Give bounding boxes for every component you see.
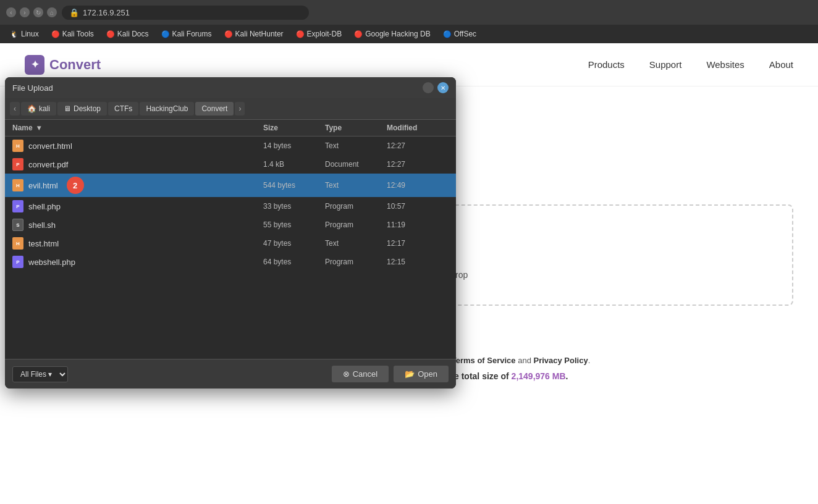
kali-docs-icon: 🔴 <box>106 30 115 38</box>
pdf-file-icon: P <box>12 158 23 170</box>
bookmark-exploit-db[interactable]: 🔴 Exploit-DB <box>291 28 347 40</box>
breadcrumb-convert-label: Convert <box>201 104 227 113</box>
file-upload-dialog: File Upload ✕ ‹ 🏠 kali 🖥 Desktop C <box>0 43 457 414</box>
bookmark-label: OffSec <box>454 30 476 38</box>
table-row[interactable]: H test.html 47 bytes Text 12:17 <box>5 234 456 253</box>
dialog-title-bar: File Upload ✕ <box>5 77 456 98</box>
file-name-cell: P webshell.php <box>12 256 263 268</box>
open-icon: 📂 <box>405 369 415 379</box>
bookmark-kali-nethunter[interactable]: 🔴 Kali NetHunter <box>219 28 289 40</box>
cancel-button[interactable]: ⊗ Cancel <box>332 366 389 382</box>
bookmark-linux[interactable]: 🐧 Linux <box>5 28 44 40</box>
table-row[interactable]: P shell.php 33 bytes Program 10:57 <box>5 197 456 216</box>
file-size: 47 bytes <box>263 239 325 248</box>
file-name: shell.sh <box>28 220 56 230</box>
file-size: 64 bytes <box>263 258 325 266</box>
bookmark-google-hacking[interactable]: 🔴 Google Hacking DB <box>349 28 435 40</box>
nav-about[interactable]: About <box>769 59 793 70</box>
total-size: 2,149,976 MB <box>512 371 566 381</box>
breadcrumb-kali[interactable]: 🏠 kali <box>21 102 56 116</box>
file-type: Program <box>325 202 387 211</box>
bookmark-label: Kali Docs <box>117 30 149 38</box>
dialog-breadcrumb: ‹ 🏠 kali 🖥 Desktop CTFs HackingClub Conv… <box>5 98 456 120</box>
open-button[interactable]: 📂 Open <box>394 366 449 382</box>
lock-icon: 🔒 <box>69 8 79 17</box>
file-name-cell: P convert.pdf <box>12 158 263 170</box>
col-type[interactable]: Type <box>325 124 387 132</box>
breadcrumb-convert[interactable]: Convert <box>195 102 234 116</box>
desktop-icon: 🖥 <box>64 104 71 113</box>
cancel-label: Cancel <box>353 369 377 379</box>
bookmarks-bar: 🐧 Linux 🔴 Kali Tools 🔴 Kali Docs 🔵 Kali … <box>0 25 818 43</box>
website-background: ✦ Convert Products Support Websites Abou… <box>0 43 818 504</box>
breadcrumb-more[interactable]: › <box>235 102 245 116</box>
bookmark-offsec[interactable]: 🔵 OffSec <box>438 28 481 40</box>
browser-chrome: ‹ › ↻ ⌂ 🔒 172.16.9.251 <box>0 0 818 25</box>
bookmark-label: Linux <box>21 30 39 38</box>
breadcrumb-ctfs[interactable]: CTFs <box>108 102 138 116</box>
home-icon: 🏠 <box>27 104 36 113</box>
html-file-icon: H <box>12 237 23 250</box>
google-hacking-icon: 🔴 <box>354 30 363 38</box>
table-row[interactable]: P webshell.php 64 bytes Program 12:15 <box>5 253 456 271</box>
file-name: webshell.php <box>28 258 75 267</box>
bookmark-label: Kali Forums <box>172 30 212 38</box>
col-size[interactable]: Size <box>263 124 325 132</box>
file-filter-select[interactable]: All Files ▾ <box>12 366 68 382</box>
kali-forums-icon: 🔵 <box>161 30 170 38</box>
bookmark-kali-forums[interactable]: 🔵 Kali Forums <box>156 28 217 40</box>
breadcrumb-desktop[interactable]: 🖥 Desktop <box>57 102 107 116</box>
breadcrumb-ctfs-label: CTFs <box>114 104 132 113</box>
home-button[interactable]: ⌂ <box>47 7 57 17</box>
forward-button[interactable]: › <box>20 7 30 17</box>
dialog-window: File Upload ✕ ‹ 🏠 kali 🖥 Desktop C <box>5 77 456 388</box>
linux-icon: 🐧 <box>10 30 19 38</box>
file-name-cell: P shell.php <box>12 200 263 212</box>
reload-button[interactable]: ↻ <box>33 7 43 17</box>
file-size: 544 bytes <box>263 181 325 190</box>
file-name-cell: H convert.html <box>12 140 263 152</box>
file-type: Program <box>325 220 387 229</box>
dialog-close-btn[interactable]: ✕ <box>437 82 449 93</box>
bookmark-kali-docs[interactable]: 🔴 Kali Docs <box>101 28 154 40</box>
offsec-icon: 🔵 <box>443 30 452 38</box>
col-modified[interactable]: Modified <box>387 124 449 132</box>
dialog-minimize-btn[interactable] <box>423 82 434 93</box>
file-size: 14 bytes <box>263 141 325 150</box>
breadcrumb-hackingclub[interactable]: HackingClub <box>140 102 194 116</box>
file-modified: 12:27 <box>387 141 449 150</box>
tos-link[interactable]: Terms of Service <box>452 356 516 365</box>
address-bar[interactable]: 🔒 172.16.9.251 <box>62 6 309 20</box>
file-modified: 11:19 <box>387 220 449 229</box>
nav-websites[interactable]: Websites <box>706 59 744 70</box>
file-size: 1.4 kB <box>263 160 325 169</box>
table-row[interactable]: P convert.pdf 1.4 kB Document 12:27 <box>5 155 456 174</box>
table-row[interactable]: H convert.html 14 bytes Text 12:27 <box>5 136 456 155</box>
table-row[interactable]: H evil.html 2 544 bytes Text 12:49 <box>5 174 456 197</box>
privacy-link[interactable]: Privacy Policy <box>533 356 588 365</box>
file-type: Program <box>325 258 387 266</box>
bookmark-label: Kali NetHunter <box>235 30 284 38</box>
dialog-title: File Upload <box>12 83 53 93</box>
sort-icon: ▾ <box>37 124 41 132</box>
bookmark-kali-tools[interactable]: 🔴 Kali Tools <box>46 28 99 40</box>
file-modified: 10:57 <box>387 202 449 211</box>
sh-file-icon: S <box>12 219 23 231</box>
nav-support[interactable]: Support <box>649 59 682 70</box>
file-size: 33 bytes <box>263 202 325 211</box>
kali-tools-icon: 🔴 <box>51 30 60 38</box>
breadcrumb-desktop-label: Desktop <box>74 104 101 113</box>
nav-products[interactable]: Products <box>588 59 625 70</box>
breadcrumb-kali-label: kali <box>39 104 50 113</box>
dialog-footer: All Files ▾ ⊗ Cancel 📂 Open <box>5 359 456 388</box>
file-name: convert.html <box>28 141 72 151</box>
php-file-icon: P <box>12 256 23 268</box>
breadcrumb-back[interactable]: ‹ <box>10 102 20 116</box>
back-button[interactable]: ‹ <box>6 7 16 17</box>
file-type: Text <box>325 239 387 248</box>
html-file-icon: H <box>12 140 23 152</box>
table-row[interactable]: S shell.sh 55 bytes Program 11:19 <box>5 216 456 234</box>
file-type: Text <box>325 181 387 190</box>
file-type: Document <box>325 160 387 169</box>
col-name[interactable]: Name ▾ <box>12 124 263 132</box>
